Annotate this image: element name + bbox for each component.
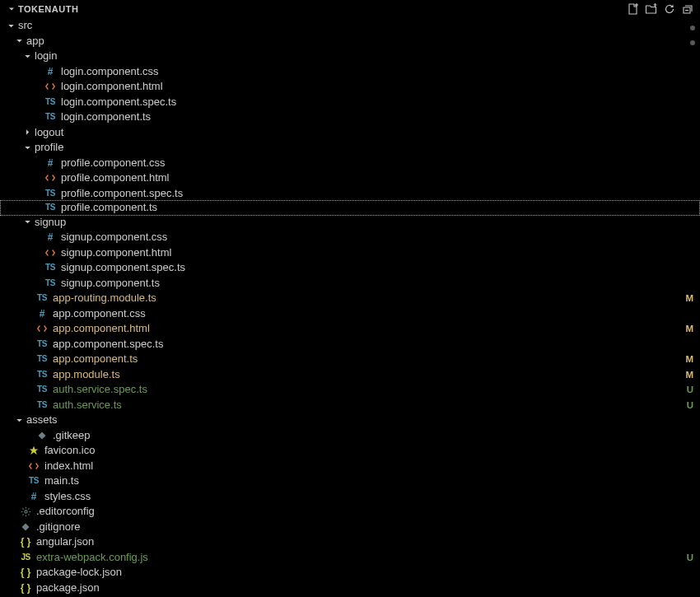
item-label: .editorconfig [36,504,700,520]
file-item[interactable]: login.component.html [0,79,700,95]
json-icon: { } [18,535,33,548]
file-item[interactable]: #login.component.css [0,64,700,80]
hash-icon: # [43,65,58,78]
file-item[interactable]: #profile.component.css [0,156,700,171]
item-label: app.module.ts [53,367,685,383]
chevron-down-icon[interactable] [13,35,25,47]
file-item[interactable]: index.html [0,459,700,474]
item-label: .gitignore [36,520,700,535]
twisty-none [21,384,33,395]
file-item[interactable]: { }package.json [0,581,700,596]
new-file-button[interactable] [624,0,642,18]
twisty-none [5,536,16,548]
file-item[interactable]: app.component.htmlM [0,321,700,337]
chevron-down-icon[interactable] [21,142,33,153]
twisty-none [30,66,41,77]
file-item[interactable]: .gitkeep [0,428,700,444]
diamond-icon [18,520,33,534]
twisty-none [21,353,33,365]
ts-icon: TS [43,261,58,274]
folder-item[interactable]: signup [0,215,700,231]
chevron-down-icon[interactable] [21,217,33,228]
hash-icon: # [26,490,41,503]
file-item[interactable]: signup.component.html [0,245,700,261]
twisty-none [21,323,33,334]
item-label: src [18,18,700,34]
ts-icon: TS [35,352,49,366]
html-icon [35,322,49,335]
item-label: app [26,34,700,49]
folder-item[interactable]: login [0,49,700,64]
refresh-button[interactable] [660,0,679,18]
file-item[interactable]: .editorconfig [0,504,700,520]
folder-item[interactable]: app [0,34,700,49]
hash-icon: # [43,156,58,170]
file-item[interactable]: #styles.css [0,489,700,505]
file-item[interactable]: TSapp-routing.module.tsM [0,291,700,306]
folder-item[interactable]: logout [0,125,700,141]
file-item[interactable]: TSauth.service.tsU [0,398,700,413]
file-item[interactable]: { }angular.json [0,534,700,550]
item-label: styles.css [44,489,700,505]
new-folder-button[interactable] [642,0,660,18]
item-label: app.component.html [53,321,685,337]
ts-icon: TS [26,474,41,487]
gear-icon [18,505,33,518]
item-label: app.component.ts [53,352,685,367]
collapse-all-button[interactable] [679,0,697,18]
twisty-none [13,475,25,487]
git-status-badge: M [685,321,693,337]
file-item[interactable]: .gitignore [0,520,700,535]
file-item[interactable]: TSapp.component.tsM [0,352,700,367]
twisty-none [30,262,41,273]
twisty-none [5,521,16,533]
item-label: login.component.html [61,79,700,95]
file-item[interactable]: TSauth.service.spec.tsU [0,382,700,398]
file-item[interactable]: TSapp.component.spec.ts [0,337,700,352]
file-item[interactable]: { }package-lock.json [0,565,700,581]
hash-icon: # [35,307,49,320]
html-icon [43,246,58,259]
file-item[interactable]: TSsignup.component.ts [0,276,700,292]
item-label: signup.component.spec.ts [61,260,700,276]
item-label: favicon.ico [44,443,700,459]
chevron-down-icon[interactable] [13,414,25,426]
item-label: auth.service.ts [53,398,687,413]
js-icon: JS [18,551,33,564]
twisty-none [21,399,33,411]
file-item[interactable]: TSlogin.component.spec.ts [0,95,700,110]
folder-item[interactable]: src [0,18,700,34]
file-tree[interactable]: srcapplogin#login.component.csslogin.com… [0,18,700,597]
ts-icon: TS [35,338,49,351]
chevron-right-icon[interactable] [21,127,33,138]
file-item[interactable]: TSprofile.component.ts [0,200,700,216]
file-item[interactable]: #app.component.css [0,306,700,322]
twisty-none [5,582,16,594]
item-label: assets [26,413,700,428]
folder-item[interactable]: profile [0,140,700,156]
file-item[interactable]: TSlogin.component.ts [0,110,700,125]
item-label: .gitkeep [53,428,700,444]
twisty-none [30,111,41,123]
file-item[interactable]: favicon.ico [0,443,700,459]
section-header[interactable]: TOKENAUTH [0,0,700,18]
file-item[interactable]: TSapp.module.tsM [0,367,700,383]
chevron-down-icon[interactable] [5,20,16,31]
file-item[interactable]: JSextra-webpack.config.jsU [0,550,700,566]
chevron-down-icon[interactable] [21,50,33,62]
file-item[interactable]: TSsignup.component.spec.ts [0,260,700,276]
item-label: package.json [36,581,700,596]
twisty-none [30,231,41,243]
git-status-badge: M [685,367,693,383]
twisty-none [13,445,25,456]
file-item[interactable]: TSmain.ts [0,473,700,489]
item-label: index.html [44,459,700,474]
file-item[interactable]: profile.component.html [0,170,700,186]
file-item[interactable]: TSprofile.component.spec.ts [0,186,700,202]
folder-item[interactable]: assets [0,413,700,428]
twisty-none [5,506,16,517]
file-item[interactable]: #signup.component.css [0,230,700,245]
html-icon [43,80,58,93]
git-status-badge: U [687,382,693,398]
item-label: login.component.spec.ts [61,95,700,110]
